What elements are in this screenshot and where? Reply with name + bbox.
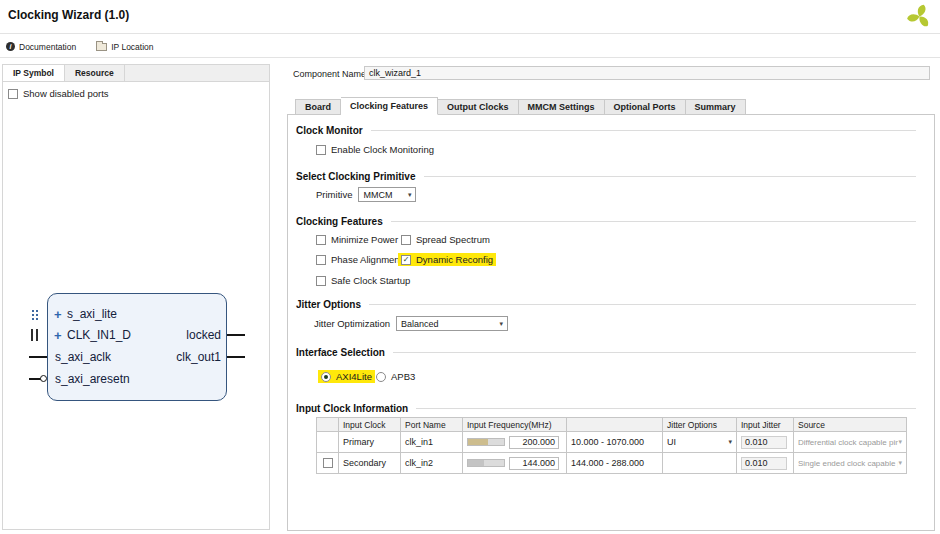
enable-clock-monitoring-label: Enable Clock Monitoring xyxy=(331,144,434,155)
links-bar: i Documentation IP Location xyxy=(6,39,154,54)
component-name-input[interactable]: clk_wizard_1 xyxy=(364,66,930,80)
phase-alignment-checkbox[interactable]: Phase Alignment xyxy=(316,254,402,265)
tab-summary[interactable]: Summary xyxy=(686,99,746,115)
secondary-source-cell: Single ended clock capable pin ▾ xyxy=(794,453,907,474)
secondary-port-cell: clk_in2 xyxy=(401,453,463,474)
component-name-label: Component Name xyxy=(293,69,366,79)
secondary-enable-checkbox[interactable] xyxy=(323,458,333,468)
source-select[interactable]: Single ended clock capable pin ▾ xyxy=(798,459,902,468)
primary-source-cell: Differential clock capable pin ▾ xyxy=(794,432,907,453)
tab-ip-symbol[interactable]: IP Symbol xyxy=(3,65,65,81)
folder-icon xyxy=(96,43,107,51)
port-clk-in1-d: CLK_IN1_D xyxy=(67,328,131,342)
port-stub xyxy=(227,356,245,358)
secondary-input-jitter-cell: 0.010 xyxy=(737,453,794,474)
header-input-frequency: Input Frequency(MHz) xyxy=(463,418,567,432)
checkbox-box xyxy=(316,255,326,265)
header-select xyxy=(317,418,339,432)
section-rule xyxy=(391,221,916,222)
tab-resource[interactable]: Resource xyxy=(65,65,125,81)
expand-plus-icon[interactable]: + xyxy=(54,308,62,321)
toolbar-divider xyxy=(0,57,940,58)
ip-location-link[interactable]: IP Location xyxy=(96,42,153,52)
checkbox-box xyxy=(401,235,411,245)
primary-input-jitter-cell: 0.010 xyxy=(737,432,794,453)
clocking-features-section-title: Clocking Features xyxy=(296,216,916,227)
safe-clock-startup-checkbox[interactable]: Safe Clock Startup xyxy=(316,275,410,286)
section-title-text: Clock Monitor xyxy=(296,125,363,136)
jitter-row: Jitter Optimization Balanced ▾ xyxy=(314,316,508,331)
minimize-power-checkbox[interactable]: Minimize Power xyxy=(316,234,398,245)
show-disabled-ports-checkbox[interactable]: Show disabled ports xyxy=(8,88,109,99)
header-range xyxy=(567,418,663,432)
apb3-label: APB3 xyxy=(391,371,415,382)
dynamic-reconfig-checkbox[interactable]: ✓ Dynamic Reconfig xyxy=(398,253,496,266)
header-input-clock: Input Clock xyxy=(339,418,401,432)
checkbox-box xyxy=(8,89,18,99)
info-icon: i xyxy=(6,42,15,51)
primitive-row: Primitive MMCM ▾ xyxy=(316,187,416,202)
port-s-axi-aresetn: s_axi_aresetn xyxy=(55,372,130,386)
secondary-select-cell xyxy=(317,453,339,474)
section-rule xyxy=(416,408,916,409)
jitter-options-section-title: Jitter Options xyxy=(296,299,916,310)
tab-optional-ports[interactable]: Optional Ports xyxy=(605,99,686,115)
table-row-secondary: Secondary clk_in2 144.000 144.000 - 288.… xyxy=(317,453,907,474)
apb3-radio[interactable]: APB3 xyxy=(376,371,415,382)
enable-clock-monitoring-checkbox[interactable]: Enable Clock Monitoring xyxy=(316,144,434,155)
header-input-jitter: Input Jitter xyxy=(737,418,794,432)
ip-symbol-panel: IP Symbol Resource Show disabled ports +… xyxy=(2,64,270,530)
chevron-down-icon: ▾ xyxy=(500,320,504,328)
checkbox-box xyxy=(316,276,326,286)
header-jitter-options: Jitter Options xyxy=(663,418,737,432)
documentation-link[interactable]: i Documentation xyxy=(6,42,76,52)
primitive-select[interactable]: MMCM ▾ xyxy=(358,187,416,202)
port-clk-out1: clk_out1 xyxy=(176,350,221,364)
jitter-options-value: UI xyxy=(667,437,676,447)
primary-frequency-cell: 200.000 xyxy=(463,432,567,453)
axi4lite-label: AXI4Lite xyxy=(336,371,372,382)
section-rule xyxy=(424,176,917,177)
port-s-axi-lite: s_axi_lite xyxy=(67,307,117,321)
input-jitter-input[interactable]: 0.010 xyxy=(741,436,787,449)
section-rule xyxy=(369,304,916,305)
clock-monitor-section-title: Clock Monitor xyxy=(296,125,916,136)
secondary-frequency-cell: 144.000 xyxy=(463,453,567,474)
chevron-down-icon: ▾ xyxy=(898,459,902,467)
tab-clocking-features[interactable]: Clocking Features xyxy=(341,97,438,115)
frequency-slider[interactable] xyxy=(467,438,505,446)
secondary-range-cell: 144.000 - 288.000 xyxy=(567,453,663,474)
primary-select-cell xyxy=(317,432,339,453)
tab-output-clocks[interactable]: Output Clocks xyxy=(438,99,519,115)
frequency-input[interactable]: 200.000 xyxy=(509,436,559,449)
port-stub xyxy=(29,356,47,358)
frequency-input[interactable]: 144.000 xyxy=(509,457,559,470)
frequency-slider[interactable] xyxy=(467,459,505,467)
secondary-clock-cell: Secondary xyxy=(339,453,401,474)
primary-port-cell: clk_in1 xyxy=(401,432,463,453)
safe-clock-startup-label: Safe Clock Startup xyxy=(331,275,410,286)
axi4lite-radio[interactable]: AXI4Lite xyxy=(318,370,375,383)
tab-board[interactable]: Board xyxy=(295,99,341,115)
phase-alignment-label: Phase Alignment xyxy=(331,254,402,265)
active-low-circle-icon xyxy=(40,375,47,382)
section-rule xyxy=(393,352,916,353)
interface-stub-icon xyxy=(31,329,38,341)
port-stub xyxy=(227,334,245,336)
source-select[interactable]: Differential clock capable pin ▾ xyxy=(798,438,902,447)
port-s-axi-aclk: s_axi_aclk xyxy=(55,350,111,364)
section-title-text: Select Clocking Primitive xyxy=(296,171,416,182)
interface-stub-icon xyxy=(31,309,39,320)
interface-selection-section-title: Interface Selection xyxy=(296,347,916,358)
jitter-optimization-select[interactable]: Balanced ▾ xyxy=(396,316,508,331)
xilinx-logo-icon xyxy=(906,3,933,30)
tab-mmcm-settings[interactable]: MMCM Settings xyxy=(519,99,605,115)
section-title-text: Clocking Features xyxy=(296,216,383,227)
expand-plus-icon[interactable]: + xyxy=(54,329,62,342)
jitter-options-select[interactable]: UI ▾ xyxy=(667,437,732,447)
input-jitter-input[interactable]: 0.010 xyxy=(741,457,787,470)
spread-spectrum-checkbox[interactable]: Spread Spectrum xyxy=(401,234,490,245)
radio-dot xyxy=(376,372,386,382)
page-title: Clocking Wizard (1.0) xyxy=(8,8,129,22)
section-title-text: Input Clock Information xyxy=(296,403,408,414)
